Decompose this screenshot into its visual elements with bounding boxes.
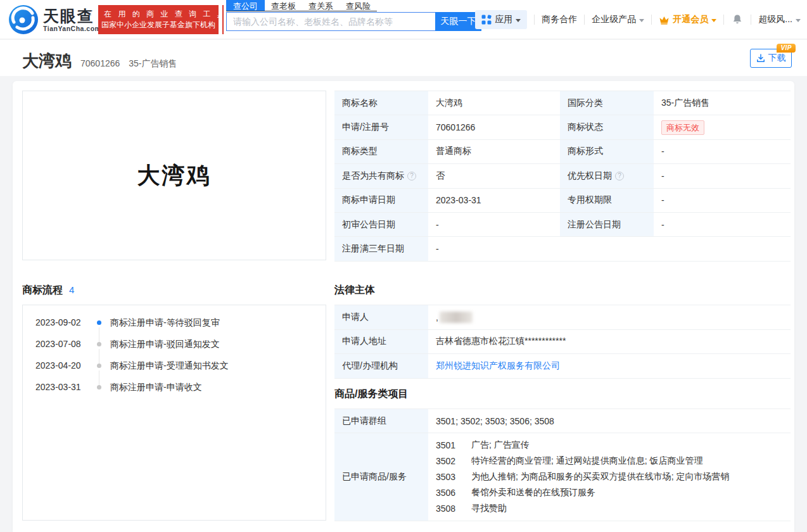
service-item: 3502 特许经营的商业管理; 通过网站提供商业信息; 饭店商业管理 (436, 453, 783, 469)
info-label: 商标名称 (334, 91, 428, 115)
nav-cooperation-label: 商务合作 (542, 14, 577, 25)
trademark-image: 大湾鸡 (22, 91, 326, 260)
info-value: 大湾鸡 (428, 91, 560, 115)
search-tabs: 查公司 查老板 查关系 查风险 (226, 0, 377, 11)
service-item: 3508 寻找赞助 (436, 501, 783, 517)
nav-enterprise[interactable]: 企业级产品 (592, 14, 644, 25)
logo-domain: TianYanCha.com (43, 25, 101, 32)
service-code: 3508 (436, 504, 471, 514)
promo-line2: 国家中小企业发展子基金旗下机构 (101, 20, 215, 30)
info-label: 商标形式 (560, 140, 654, 164)
legal-section-title: 法律主体 (334, 284, 375, 297)
redacted-value (440, 312, 473, 323)
registration-number: 70601266 (80, 58, 120, 68)
nav-divider (584, 15, 585, 25)
nav-apps[interactable]: 应用 (475, 10, 527, 29)
chevron-down-icon (711, 19, 716, 22)
trademark-image-text: 大湾鸡 (137, 160, 212, 191)
nav-super-risk[interactable]: 超级风... (758, 14, 801, 25)
goods-label: 已申请商品/服务 (334, 433, 428, 521)
legal-label: 代理/办理机构 (334, 354, 428, 379)
goods-services-list: 3501 广告; 广告宣传 3502 特许经营的商业管理; 通过网站提供商业信息… (428, 433, 791, 521)
process-title: 商标流程 (22, 284, 63, 297)
info-value: - (654, 189, 791, 213)
info-value: 普通商标 (428, 140, 560, 164)
timeline-date: 2023-03-31 (35, 381, 89, 393)
chevron-down-icon (516, 19, 521, 22)
info-label: 优先权日期 (560, 164, 654, 188)
nav-divider (651, 15, 652, 25)
help-icon[interactable] (615, 172, 624, 180)
timeline-text: 商标注册申请-驳回通知发文 (110, 338, 220, 350)
goods-label: 已申请群组 (334, 409, 428, 433)
international-class: 35-广告销售 (129, 58, 177, 70)
service-item: 3506 餐馆外卖和送餐的在线预订服务 (436, 485, 783, 501)
info-label: 商标状态 (560, 115, 654, 139)
timeline-date: 2023-04-20 (35, 359, 89, 372)
chevron-down-icon (796, 19, 801, 22)
info-label: 注册满三年日期 (334, 237, 428, 261)
service-item: 3501 广告; 广告宣传 (436, 437, 783, 453)
info-label: 专用权期限 (560, 189, 654, 213)
legal-value-agency: 郑州锐进知识产权服务有限公司 (428, 354, 791, 379)
nav-divider (751, 15, 751, 25)
promo-divider (222, 5, 224, 34)
info-label: 商标申请日期 (334, 189, 428, 213)
timeline-item: 2023-04-20 商标注册申请-受理通知书发文 (35, 359, 326, 381)
help-icon[interactable] (407, 172, 416, 180)
tianyancha-logo[interactable]: 天眼查 TianYanCha.com (9, 5, 101, 34)
timeline-item: 2023-07-08 商标注册申请-驳回通知发文 (35, 338, 326, 359)
search-input[interactable] (226, 12, 435, 31)
service-item: 3503 为他人推销; 为商品和服务的买卖双方提供在线市场; 定向市场营销 (436, 469, 783, 484)
service-code: 3501 (436, 440, 471, 450)
info-label: 是否为共有商标 (334, 164, 428, 188)
chevron-down-icon (639, 19, 644, 22)
info-value: 35-广告销售 (654, 91, 791, 115)
info-value: 70601266 (428, 115, 560, 139)
nav-open-vip-label: 开通会员 (673, 14, 708, 25)
tab-company[interactable]: 查公司 (226, 0, 265, 11)
download-button[interactable]: 下载 VIP (750, 49, 792, 68)
timeline-date: 2023-07-08 (35, 338, 89, 350)
agency-link[interactable]: 郑州锐进知识产权服务有限公司 (436, 360, 560, 372)
vip-badge: VIP (777, 44, 796, 53)
service-desc: 广告; 广告宣传 (471, 440, 530, 451)
timeline-item: 2023-09-02 商标注册申请-等待驳回复审 (35, 316, 326, 338)
trademark-process-timeline: 2023-09-02 商标注册申请-等待驳回复审 2023-07-08 商标注册… (22, 305, 326, 521)
legal-value-address: 吉林省德惠市松花江镇************ (428, 330, 791, 355)
legal-title: 法律主体 (334, 284, 375, 297)
service-desc: 餐馆外卖和送餐的在线预订服务 (471, 487, 595, 498)
legal-value-applicant: , (428, 305, 791, 330)
nav-super-risk-label: 超级风... (758, 14, 792, 25)
tab-relation[interactable]: 查关系 (302, 0, 340, 11)
status-badge: 商标无效 (661, 120, 704, 135)
promo-banner: 都 在 用 的 商 业 查 询 工 具 国家中小企业发展子基金旗下机构 (98, 5, 219, 34)
service-desc: 特许经营的商业管理; 通过网站提供商业信息; 饭店商业管理 (471, 455, 703, 467)
info-value: - (654, 213, 791, 237)
legal-entity-table: 申请人 , 申请人地址 吉林省德惠市松花江镇************ 代理/办理… (334, 305, 791, 379)
goods-services-table: 已申请群组 3501; 3502; 3503; 3506; 3508 已申请商品… (334, 408, 791, 521)
service-desc: 为他人推销; 为商品和服务的买卖双方提供在线市场; 定向市场营销 (471, 471, 730, 483)
trademark-detail-card: 大湾鸡 商标名称 大湾鸡 国际分类 35-广告销售 申请/注册号 7060126… (13, 81, 794, 532)
nav-divider (723, 15, 724, 25)
info-value: 2023-03-31 (428, 189, 560, 213)
service-desc: 寻找赞助 (471, 503, 507, 514)
search-button[interactable]: 天眼一下 (435, 12, 481, 31)
nav-open-vip[interactable]: 开通会员 (659, 14, 716, 25)
tab-boss[interactable]: 查老板 (265, 0, 302, 11)
goods-title: 商品/服务类项目 (334, 388, 408, 401)
tab-risk[interactable]: 查风险 (340, 0, 377, 11)
page-title: 大湾鸡 (22, 51, 72, 70)
notification-bell[interactable] (731, 13, 744, 26)
info-label: 注册公告日期 (560, 213, 654, 237)
process-count: 4 (69, 284, 74, 295)
info-value: - (654, 164, 791, 188)
nav-cooperation[interactable]: 商务合作 (542, 14, 577, 25)
search-block: 查公司 查老板 查关系 查风险 天眼一下 (226, 0, 481, 31)
timeline-item: 2023-03-31 商标注册申请-申请收文 (35, 381, 326, 402)
promo-line1: 都 在 用 的 商 业 查 询 工 具 (90, 9, 227, 20)
timeline-dot (89, 381, 110, 402)
process-section-title: 商标流程 4 (22, 284, 74, 297)
header-nav: 应用 商务合作 企业级产品 开通会员 (475, 0, 801, 39)
info-value: - (654, 140, 791, 164)
